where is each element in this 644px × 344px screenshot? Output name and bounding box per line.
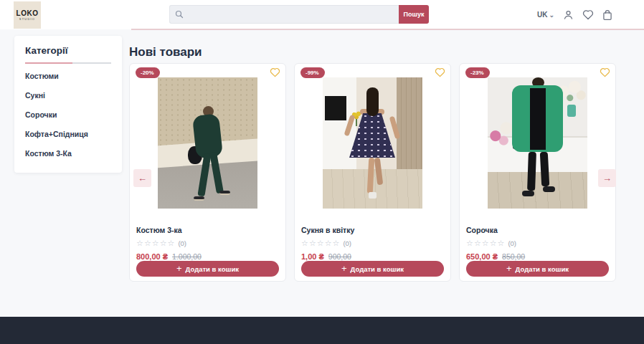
heart-icon [270,67,280,77]
product-photo[interactable] [488,77,587,209]
search-input[interactable] [184,11,399,19]
price-row: 650,00 ₴ 850,00 [466,252,609,261]
star-icon: ☆ [136,239,143,247]
wishlist-toggle-button[interactable] [270,67,280,80]
product-name[interactable]: Сорочка [466,226,609,234]
photo-shape [219,191,230,195]
product-photo[interactable] [323,77,422,209]
product-carousel: -20% Костюм 3-ка ☆ ☆ ☆ [129,63,617,282]
plus-icon: + [176,264,182,273]
photo-shape [325,96,346,120]
photo-shape [543,186,555,192]
product-card: -99% Сукня [294,63,451,282]
add-to-cart-label: Додати в кошик [516,265,569,273]
old-price: 1.000,00 [172,252,202,261]
discount-badge: -99% [300,67,325,78]
price-row: 1,00 ₴ 900,00 [301,252,444,261]
language-label: UK [537,11,547,19]
category-item-kofta-spidnytsia[interactable]: Кофта+Спідниця [25,124,111,143]
category-item-kostium-3ka[interactable]: Костюм 3-Ка [25,143,111,163]
star-icon: ☆ [466,239,473,247]
user-icon [563,9,574,20]
search-icon [175,10,184,19]
category-item-sorochky[interactable]: Сорочки [25,105,111,124]
carousel-prev-button[interactable]: ← [133,169,151,187]
photo-shape [397,77,422,172]
discount-badge: -20% [136,67,160,78]
star-icon: ☆ [317,239,324,247]
category-item-sukni[interactable]: Сукні [25,85,111,105]
product-rating: ☆ ☆ ☆ ☆ ☆ (0) [301,239,444,247]
search-box [169,5,399,24]
rating-count: (0) [178,239,186,247]
arrow-right-icon: → [602,173,612,183]
header-actions: UK ⌄ [537,0,612,29]
wishlist-toggle-button[interactable] [600,67,610,80]
storefront-page: LOKO STUDIO Пошук UK ⌄ [0,0,644,344]
star-icon: ☆ [325,239,332,247]
wishlist-toggle-button[interactable] [435,67,445,80]
header-accent-line [131,29,644,30]
heart-icon [435,67,445,77]
language-selector[interactable]: UK ⌄ [537,11,554,19]
product-rating: ☆ ☆ ☆ ☆ ☆ (0) [136,239,279,247]
search-bar: Пошук [169,5,429,24]
logo-text: LOKO [16,9,39,17]
star-icon: ☆ [301,239,308,247]
cart-button[interactable] [602,9,612,21]
photo-shape [527,152,536,191]
star-icon: ☆ [333,239,340,247]
add-to-cart-button[interactable]: + Додати в кошик [136,261,279,277]
product-photo[interactable] [158,77,257,209]
old-price: 900,00 [328,252,351,261]
photo-shape [488,120,513,146]
star-icon: ☆ [482,239,489,247]
star-icon: ☆ [144,239,151,247]
sidebar-title: Категорії [25,45,111,56]
current-price: 1,00 ₴ [301,252,324,261]
photo-shape [540,152,549,187]
plus-icon: + [506,264,512,273]
rating-count: (0) [508,239,516,247]
photo-shape [522,191,534,196]
account-button[interactable] [563,9,574,20]
logo[interactable]: LOKO STUDIO [14,1,41,29]
photo-shape [567,105,576,117]
rating-count: (0) [343,239,351,247]
search-button[interactable]: Пошук [399,5,429,24]
current-price: 800,00 ₴ [136,252,168,261]
arrow-left-icon: ← [138,173,147,183]
heart-icon [600,67,610,77]
footer [0,317,644,344]
photo-shape [369,192,377,199]
page-title: Нові товари [129,45,202,59]
shopping-bag-icon [602,9,612,21]
price-row: 800,00 ₴ 1.000,00 [136,252,279,261]
plus-icon: + [341,264,347,273]
add-to-cart-button[interactable]: + Додати в кошик [301,261,444,277]
star-icon: ☆ [152,239,159,247]
star-icon: ☆ [474,239,481,247]
star-icon: ☆ [168,239,175,247]
wishlist-button[interactable] [582,9,594,20]
categories-sidebar: Категорії Костюми Сукні Сорочки Кофта+Сп… [14,36,122,173]
discount-badge: -23% [465,67,490,78]
add-to-cart-label: Додати в кошик [351,265,404,273]
photo-shape [366,87,379,116]
category-list: Костюми Сукні Сорочки Кофта+Спідниця Кос… [25,66,111,163]
logo-subtext: STUDIO [19,17,35,21]
photo-shape [192,113,223,159]
category-item-kostiumy[interactable]: Костюми [25,66,111,85]
old-price: 850,00 [502,252,525,261]
add-to-cart-button[interactable]: + Додати в кошик [466,261,609,277]
carousel-next-button[interactable]: → [598,169,616,187]
product-name[interactable]: Костюм 3-ка [136,226,279,234]
chevron-down-icon: ⌄ [549,13,554,17]
star-icon: ☆ [498,239,505,247]
product-card: -23% Сорочк [459,63,616,282]
current-price: 650,00 ₴ [466,252,498,261]
product-card: -20% Костюм 3-ка ☆ ☆ ☆ [129,63,286,282]
product-name[interactable]: Сукня в квітку [301,226,444,234]
photo-shape [194,196,204,201]
photo-shape [488,172,587,209]
